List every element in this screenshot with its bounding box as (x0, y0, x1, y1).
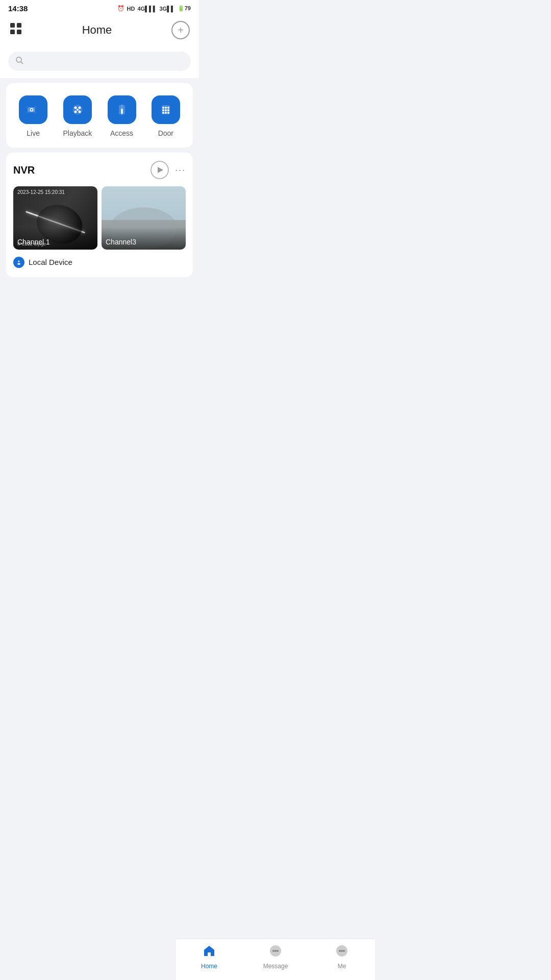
svg-point-31 (167, 109, 169, 111)
svg-rect-9 (29, 105, 34, 107)
search-bar[interactable] (8, 52, 191, 71)
live-icon-wrap (19, 95, 47, 124)
camera-grid: 2023-12-25 15:20:31 Channel 1 IPC222 diy… (13, 186, 186, 250)
status-time: 14:38 (8, 4, 28, 13)
add-icon: + (178, 24, 184, 36)
nvr-play-button[interactable] (151, 161, 169, 179)
svg-point-28 (167, 107, 169, 109)
local-device-icon (13, 257, 24, 268)
svg-rect-3 (17, 30, 21, 34)
svg-point-38 (17, 263, 20, 264)
channel-3-thumb[interactable]: Channel3 (102, 186, 186, 250)
search-icon (15, 56, 23, 66)
svg-marker-35 (158, 167, 163, 173)
nvr-controls: ··· (151, 161, 186, 179)
playback-label: Playback (63, 129, 92, 137)
svg-point-16 (74, 111, 77, 113)
hd-badge: HD (127, 6, 135, 12)
battery: 🔋79 (178, 5, 191, 12)
playback-icon-wrap (63, 95, 92, 124)
nvr-section: NVR ··· 2023-12-25 15:20:31 Channel 1 IP… (6, 153, 193, 277)
svg-rect-23 (121, 109, 122, 113)
svg-rect-2 (10, 30, 15, 34)
svg-point-32 (162, 112, 164, 114)
svg-line-5 (21, 62, 23, 64)
channel-1-device: IPC222 diyige (17, 241, 46, 247)
door-icon-wrap (152, 95, 180, 124)
svg-point-34 (167, 112, 169, 114)
action-playback[interactable]: Playback (63, 95, 92, 137)
action-live[interactable]: Live (19, 95, 47, 137)
nvr-header: NVR ··· (13, 161, 186, 179)
channel-1-timestamp: 2023-12-25 15:20:31 (17, 189, 65, 195)
action-access[interactable]: Access (108, 95, 136, 137)
header: Home + (0, 16, 199, 46)
quick-actions: Live Playback (6, 83, 193, 148)
status-bar: 14:38 ⏰ HD 4G▌▌▌ 3G▌▌ 🔋79 (0, 0, 199, 16)
svg-point-30 (165, 109, 167, 111)
channel-3-overlay: Channel3 (102, 227, 186, 250)
svg-point-26 (162, 107, 164, 109)
svg-rect-1 (17, 23, 21, 28)
svg-point-18 (77, 109, 79, 111)
local-device[interactable]: Local Device (13, 257, 186, 268)
grid-icon[interactable] (9, 22, 22, 38)
nvr-title: NVR (13, 164, 35, 176)
3g-signal: 3G▌▌ (159, 6, 174, 12)
action-door[interactable]: Door (152, 95, 180, 137)
nvr-more-button[interactable]: ··· (175, 165, 186, 176)
svg-point-15 (78, 107, 81, 109)
svg-point-17 (78, 111, 81, 113)
search-container (0, 46, 199, 78)
local-device-label: Local Device (29, 258, 72, 266)
add-button[interactable]: + (171, 21, 190, 39)
channel-1-thumb[interactable]: 2023-12-25 15:20:31 Channel 1 IPC222 diy… (13, 186, 97, 250)
svg-rect-0 (10, 23, 15, 28)
live-label: Live (27, 129, 40, 137)
door-label: Door (158, 129, 173, 137)
access-icon-wrap (108, 95, 136, 124)
channel-3-name: Channel3 (106, 238, 136, 246)
svg-point-14 (74, 107, 77, 109)
alarm-icon: ⏰ (117, 5, 124, 12)
4g-signal: 4G▌▌▌ (137, 6, 157, 12)
svg-point-29 (162, 109, 164, 111)
svg-point-33 (165, 112, 167, 114)
page-title: Home (82, 23, 112, 37)
svg-point-37 (18, 260, 20, 262)
status-icons: ⏰ HD 4G▌▌▌ 3G▌▌ 🔋79 (117, 5, 191, 12)
svg-point-11 (31, 109, 33, 111)
svg-point-27 (165, 107, 167, 109)
access-label: Access (110, 129, 133, 137)
